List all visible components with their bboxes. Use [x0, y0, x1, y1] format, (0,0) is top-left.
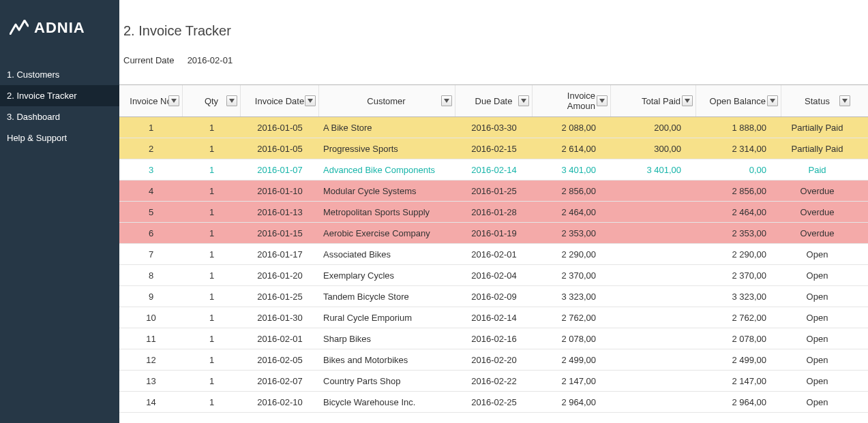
table-body: 112016-01-05A Bike Store2016-03-302 088,… [119, 117, 868, 413]
cell-balance: 2 147,00 [696, 376, 781, 386]
cell-inv_date: 2016-01-17 [241, 249, 319, 260]
filter-dropdown-icon[interactable] [839, 95, 850, 106]
cell-qty: 1 [183, 144, 241, 154]
cell-status: Overdue [781, 186, 853, 196]
cell-customer: Bikes and Motorbikes [319, 355, 455, 365]
cell-balance: 2 370,00 [696, 270, 781, 281]
column-header-no: Invoice No [119, 85, 183, 116]
cell-status: Open [781, 249, 853, 260]
filter-dropdown-icon[interactable] [597, 95, 608, 106]
cell-due_date: 2016-01-28 [455, 207, 533, 217]
cell-inv_date: 2016-02-05 [241, 355, 319, 365]
column-header-status: Status [781, 85, 853, 116]
cell-balance: 2 856,00 [696, 186, 781, 196]
cell-amount: 2 964,00 [533, 397, 611, 407]
cell-status: Overdue [781, 228, 853, 238]
cell-no: 7 [119, 249, 183, 260]
cell-status: Open [781, 313, 853, 323]
cell-due_date: 2016-02-22 [455, 376, 533, 386]
cell-due_date: 2016-02-04 [455, 270, 533, 281]
cell-balance: 3 323,00 [696, 292, 781, 302]
cell-no: 3 [119, 165, 183, 175]
cell-no: 12 [119, 355, 183, 365]
cell-customer: Modular Cycle Systems [319, 186, 455, 196]
table-row[interactable]: 212016-01-05Progressive Sports2016-02-15… [119, 138, 868, 159]
column-header-balance: Open Balance [696, 85, 781, 116]
filter-dropdown-icon[interactable] [441, 95, 452, 106]
cell-customer: A Bike Store [319, 123, 455, 133]
cell-balance: 2 464,00 [696, 207, 781, 217]
column-header-label: Due Date [475, 96, 513, 106]
table-row[interactable]: 1312016-02-07Country Parts Shop2016-02-2… [119, 371, 868, 392]
column-header-label: Customer [367, 96, 405, 106]
column-header-inv_date: Invoice Date [241, 85, 319, 116]
filter-dropdown-icon[interactable] [518, 95, 529, 106]
cell-amount: 2 353,00 [533, 228, 611, 238]
cell-inv_date: 2016-01-05 [241, 144, 319, 154]
cell-customer: Sharp Bikes [319, 334, 455, 344]
cell-inv_date: 2016-01-30 [241, 313, 319, 323]
table-row[interactable]: 312016-01-07Advanced Bike Components2016… [119, 159, 868, 181]
sidebar-item[interactable]: 1. Customers [0, 64, 119, 85]
cell-qty: 1 [183, 313, 241, 323]
cell-qty: 1 [183, 397, 241, 407]
cell-qty: 1 [183, 270, 241, 281]
column-header-paid: Total Paid [611, 85, 696, 116]
sidebar-item[interactable]: 2. Invoice Tracker [0, 85, 119, 106]
cell-balance: 2 078,00 [696, 334, 781, 344]
sidebar-item[interactable]: Help & Support [0, 127, 119, 148]
sidebar: ADNIA 1. Customers2. Invoice Tracker3. D… [0, 0, 119, 423]
table-row[interactable]: 112016-01-05A Bike Store2016-03-302 088,… [119, 117, 868, 138]
cell-status: Open [781, 355, 853, 365]
cell-inv_date: 2016-02-07 [241, 376, 319, 386]
cell-amount: 2 762,00 [533, 313, 611, 323]
table-row[interactable]: 1412016-02-10Bicycle Warehouse Inc.2016-… [119, 392, 868, 413]
cell-due_date: 2016-02-14 [455, 165, 533, 175]
svg-marker-4 [521, 99, 526, 103]
table-row[interactable]: 1012016-01-30Rural Cycle Emporium2016-02… [119, 307, 868, 328]
cell-inv_date: 2016-01-20 [241, 270, 319, 281]
cell-due_date: 2016-02-15 [455, 144, 533, 154]
cell-due_date: 2016-02-20 [455, 355, 533, 365]
table-row[interactable]: 812016-01-20Exemplary Cycles2016-02-042 … [119, 265, 868, 286]
current-date-row: Current Date 2016-02-01 [119, 55, 868, 84]
cell-due_date: 2016-01-25 [455, 186, 533, 196]
table-row[interactable]: 612016-01-15Aerobic Exercise Company2016… [119, 223, 868, 244]
cell-no: 10 [119, 313, 183, 323]
filter-dropdown-icon[interactable] [682, 95, 693, 106]
filter-dropdown-icon[interactable] [168, 95, 179, 106]
cell-customer: Aerobic Exercise Company [319, 228, 455, 238]
current-date-label: Current Date [123, 55, 185, 65]
table-row[interactable]: 1212016-02-05Bikes and Motorbikes2016-02… [119, 349, 868, 371]
table-row[interactable]: 412016-01-10Modular Cycle Systems2016-01… [119, 181, 868, 202]
filter-dropdown-icon[interactable] [226, 95, 237, 106]
column-header-customer: Customer [319, 85, 455, 116]
cell-inv_date: 2016-01-25 [241, 292, 319, 302]
cell-balance: 2 314,00 [696, 144, 781, 154]
cell-customer: Exemplary Cycles [319, 270, 455, 281]
table-row[interactable]: 512016-01-13Metropolitan Sports Supply20… [119, 202, 868, 223]
cell-customer: Metropolitan Sports Supply [319, 207, 455, 217]
table-row[interactable]: 1112016-02-01Sharp Bikes2016-02-162 078,… [119, 328, 868, 349]
cell-customer: Associated Bikes [319, 249, 455, 260]
cell-due_date: 2016-01-19 [455, 228, 533, 238]
cell-customer: Bicycle Warehouse Inc. [319, 397, 455, 407]
filter-dropdown-icon[interactable] [305, 95, 316, 106]
cell-balance: 2 762,00 [696, 313, 781, 323]
cell-no: 5 [119, 207, 183, 217]
current-date-value: 2016-02-01 [188, 55, 233, 65]
sidebar-item[interactable]: 3. Dashboard [0, 106, 119, 127]
cell-status: Open [781, 334, 853, 344]
cell-amount: 2 499,00 [533, 355, 611, 365]
cell-no: 1 [119, 123, 183, 133]
cell-due_date: 2016-02-09 [455, 292, 533, 302]
filter-dropdown-icon[interactable] [767, 95, 778, 106]
page-title: 2. Invoice Tracker [119, 0, 868, 55]
table-row[interactable]: 912016-01-25Tandem Bicycle Store2016-02-… [119, 286, 868, 307]
cell-no: 4 [119, 186, 183, 196]
cell-amount: 2 088,00 [533, 123, 611, 133]
table-row[interactable]: 712016-01-17Associated Bikes2016-02-012 … [119, 244, 868, 265]
cell-no: 13 [119, 376, 183, 386]
cell-customer: Tandem Bicycle Store [319, 292, 455, 302]
column-header-amount: Invoice Amoun [533, 85, 611, 116]
